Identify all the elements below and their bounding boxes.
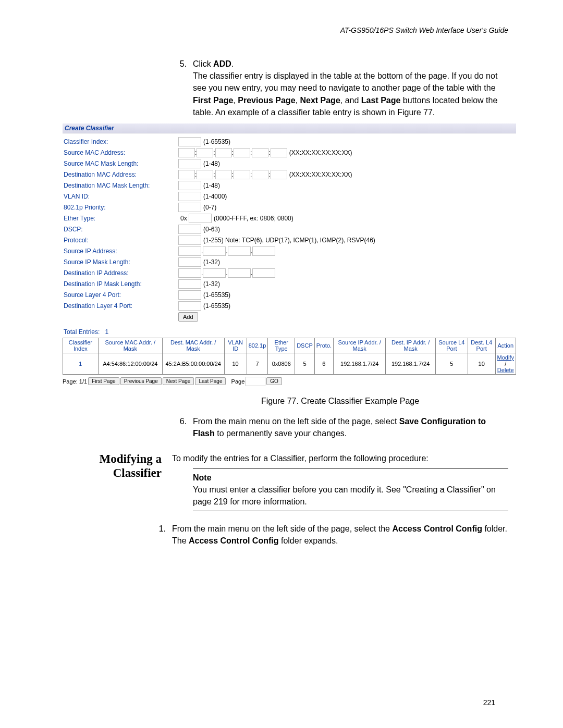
classifier-table: Classifier Index Source MAC Addr. / Mask… [63,338,516,375]
td: 5 [435,353,468,374]
hint: (1-65535) [203,291,230,299]
text: to permanently save your changes. [215,429,347,438]
smask-input[interactable] [178,159,201,168]
dscp-input[interactable] [178,225,201,234]
td: 1 [63,353,99,374]
sipm-input[interactable] [178,257,201,267]
label-dl4: Destination Layer 4 Port: [64,302,178,310]
text: Last Page [361,96,401,105]
hint: (1-32) [203,280,220,288]
sl4-input[interactable] [178,290,201,300]
page-input[interactable] [246,377,265,386]
th: Proto. [314,338,333,353]
dipm-input[interactable] [178,279,201,289]
hint: (XX:XX:XX:XX:XX:XX) [289,149,352,156]
text: Click [193,59,213,68]
td: 192.168.1.7/24 [334,353,386,374]
sip-3[interactable] [228,246,251,256]
go-button[interactable]: GO [266,377,282,385]
eth-input[interactable] [189,214,212,223]
label-dipm: Destination IP Mask Length: [64,280,178,288]
dip-1[interactable] [178,268,201,278]
total-entries-label: Total Entries: [64,328,100,336]
next-page-button[interactable]: Next Page [163,377,194,385]
label-smask: Source MAC Mask Length: [64,160,178,167]
hint: (1-48) [203,182,220,189]
table-row: 1 A4:54:86:12:00:00/24 45:2A:B5:00:00:00… [63,353,516,374]
text: Previous Page [238,96,295,105]
th: Source IP Addr. / Mask [334,338,386,353]
smac-3[interactable] [215,148,232,157]
proto-input[interactable] [178,236,201,245]
total-entries-value: 1 [105,328,108,336]
smac-5[interactable] [252,148,268,157]
note-label: Note [193,472,508,484]
td: 45:2A:B5:00:00:00/24 [162,353,224,374]
add-button[interactable]: Add [178,312,198,322]
modify-intro: To modify the entries for a Classifier, … [172,452,508,464]
page-indicator: Page: 1/1 [63,378,87,385]
table-header-row: Classifier Index Source MAC Addr. / Mask… [63,338,516,353]
smac-1[interactable] [178,148,195,157]
dmac-3[interactable] [215,170,232,179]
dip-4[interactable] [252,268,275,278]
divider [193,511,508,511]
label-proto: Protocol: [64,237,178,244]
sip-1[interactable] [178,246,201,256]
dip-3[interactable] [228,268,251,278]
text: The [172,536,189,545]
td: 10 [468,353,495,374]
text: The classifier entry is displayed in the… [193,71,497,92]
delete-link[interactable]: Delete [497,367,515,373]
dip-2[interactable] [203,268,226,278]
label-dest-mac: Destination MAC Address: [64,171,178,178]
smac-4[interactable] [234,148,250,157]
label-dscp: DSCP: [64,226,178,233]
step-1-modify: 1. From the main menu on the left side o… [151,523,508,547]
label-source-mac: Source MAC Address: [64,149,178,156]
sep: / [505,361,506,367]
text: Access Control Config [189,536,278,545]
last-page-button[interactable]: Last Page [195,377,226,385]
vlan-input[interactable] [178,192,201,201]
hint: (XX:XX:XX:XX:XX:XX) [289,171,352,178]
dmac-5[interactable] [252,170,268,179]
hint: (0-63) [203,226,220,233]
td: 5 [295,353,315,374]
form-title: Create Classifier [63,124,516,133]
note-block: Note You must enter a classifier before … [193,468,508,512]
step-number: 1. [151,523,172,547]
modify-link[interactable]: Modify [497,354,515,361]
td-action: Modify / Delete [495,353,516,374]
step-number: 6. [172,415,193,439]
hint: (1-65535) [203,138,230,145]
dmac-4[interactable] [234,170,250,179]
label-dip: Destination IP Address: [64,269,178,277]
previous-page-button[interactable]: Previous Page [120,377,162,385]
text: folder. [482,524,507,533]
smac-2[interactable] [197,148,213,157]
td: 10 [224,353,247,374]
label-vlan: VLAN ID: [64,193,178,200]
hint: (1-32) [203,258,220,266]
divider [193,468,508,468]
sip-4[interactable] [252,246,275,256]
smac-6[interactable] [271,148,287,157]
first-page-button[interactable]: First Page [88,377,119,385]
page-header: AT-GS950/16PS Switch Web Interface User'… [70,26,508,34]
dmac-1[interactable] [178,170,195,179]
classifier-index-input[interactable] [178,137,201,146]
th: Source L4 Port [435,338,468,353]
dl4-input[interactable] [178,301,201,311]
sip-2[interactable] [203,246,226,256]
text: From the main menu on the left side of t… [172,524,392,533]
dmac-2[interactable] [197,170,213,179]
label-sip: Source IP Address: [64,248,178,255]
pri-input[interactable] [178,203,201,212]
dmask-input[interactable] [178,181,201,190]
step-5: 5. Click ADD. The classifier entry is di… [172,58,508,118]
text: First Page [193,96,233,105]
td: 192.168.1.7/24 [386,353,436,374]
dmac-6[interactable] [271,170,287,179]
hint: (1-255) Note: TCP(6), UDP(17), ICMP(1), … [203,237,375,244]
